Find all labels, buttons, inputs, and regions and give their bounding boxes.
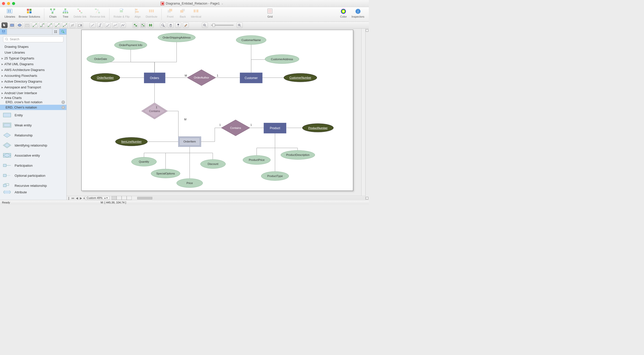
panel-tab-blank[interactable] [7, 29, 52, 34]
shape-recursive-relationship[interactable]: Recursive relationship [0, 181, 66, 191]
entity-product[interactable]: Product [264, 123, 286, 133]
line-tool[interactable] [90, 22, 96, 28]
search-input[interactable]: Search [3, 36, 63, 42]
vertical-scrollbar[interactable] [361, 29, 365, 196]
library-category[interactable]: ▶Area Charts [0, 96, 66, 99]
rectangle-tool[interactable] [9, 22, 15, 28]
horizontal-scrollbar[interactable]: ‖ ⏮ ◀ ▶ ⏭ Custom 49%▲▼ [67, 196, 365, 200]
key-productnumber[interactable]: ProductNumber [302, 124, 334, 132]
connector-tool-5[interactable] [62, 22, 68, 28]
drawing-canvas[interactable]: Orders Customer Product OrderItem OrderA… [81, 30, 353, 191]
attr-customeraddress[interactable]: CustomerAddress [265, 55, 299, 64]
scroll-first-icon[interactable]: ⏮ [71, 196, 75, 200]
page-tabs[interactable] [112, 196, 132, 200]
zoom-slider[interactable] [211, 25, 234, 26]
attr-ordershipping[interactable]: OrderShippingAddress [158, 33, 196, 42]
pan-tool[interactable] [168, 22, 174, 28]
scroll-right-icon[interactable]: ▶ [79, 196, 83, 200]
key-customernumber[interactable]: CustomerNumber [284, 73, 317, 82]
library-category[interactable]: ▶Accounting Flowcharts [0, 73, 66, 79]
bezier-line-tool[interactable] [112, 22, 118, 28]
zoom-in-button[interactable] [237, 22, 243, 28]
shape-associative-entity[interactable]: Associative entity [0, 150, 66, 160]
attr-productprice[interactable]: ProductPrice [243, 155, 271, 164]
ellipse-tool[interactable] [17, 22, 23, 28]
inspectors-button[interactable]: iInspectors [351, 8, 364, 18]
entity-customer[interactable]: Customer [240, 73, 263, 83]
open-library-chen[interactable]: ERD, Chen's notation× [0, 105, 66, 110]
color-button[interactable]: Color [339, 8, 348, 18]
svg-text:Contains: Contains [149, 110, 160, 113]
connector-end-tool[interactable] [77, 22, 83, 28]
attr-producttype[interactable]: ProductType [261, 171, 289, 181]
key-itemlinenumber[interactable]: ItemLineNumber [115, 137, 148, 146]
zoom-select[interactable]: Custom 49%▲▼ [85, 196, 110, 200]
relationship-contains-1[interactable]: Contains [141, 103, 168, 119]
attr-quantity[interactable]: Quantity [131, 157, 157, 166]
shape-relationship[interactable]: Relationship [0, 130, 66, 140]
relationship-orderauthor[interactable]: OrderAuthor [187, 70, 216, 86]
browse-solutions-button[interactable]: Browse Solutions [19, 8, 40, 18]
connector-tool-2[interactable] [39, 22, 45, 28]
open-library-crowfoot[interactable]: ERD, crow's foot notation× [0, 99, 66, 105]
attr-orderdate[interactable]: OrderDate [87, 54, 115, 63]
libraries-button[interactable]: Libraries [5, 8, 15, 18]
shape-participation[interactable]: Participation [0, 160, 66, 170]
library-category[interactable]: ▶Active Directory Diagrams [0, 79, 66, 84]
window-close-icon[interactable] [2, 2, 5, 5]
tree-button[interactable]: Tree [61, 8, 70, 18]
entity-orders[interactable]: Orders [144, 73, 165, 83]
library-category[interactable]: ▶Aerospace and Transport [0, 84, 66, 90]
grid-button[interactable]: Grid [266, 8, 275, 18]
relationship-contains-2[interactable]: Contains [221, 120, 250, 136]
connector-tool-4[interactable] [54, 22, 60, 28]
curve-line-tool[interactable] [105, 22, 111, 28]
pointer-tool[interactable] [2, 22, 8, 28]
attr-price[interactable]: Price [177, 179, 203, 188]
window-zoom-icon[interactable] [12, 2, 15, 5]
scroll-left-icon[interactable]: ◀ [75, 196, 79, 200]
title-dropdown-icon[interactable]: ⌄ [221, 2, 223, 5]
library-category[interactable]: ▶Android User Interface [0, 90, 66, 96]
close-icon[interactable]: × [61, 106, 65, 109]
key-ordernumber[interactable]: OrderNumber [91, 73, 120, 82]
close-icon[interactable]: × [61, 100, 65, 104]
group-tool-1[interactable] [132, 22, 138, 28]
library-category[interactable]: ▶ATM UML Diagrams [0, 61, 66, 67]
zoom-tool[interactable] [160, 22, 166, 28]
group-tool-2[interactable] [140, 22, 146, 28]
panel-tab-grid[interactable] [52, 29, 59, 34]
shape-entity[interactable]: Entity [0, 110, 66, 120]
shape-optional-participation[interactable]: Optional participation [0, 170, 66, 181]
attr-discount[interactable]: Discount [200, 159, 226, 168]
window-minimize-icon[interactable] [7, 2, 10, 5]
connector-tool-3[interactable] [47, 22, 53, 28]
chain-button[interactable]: Chain [48, 8, 57, 18]
library-category[interactable]: ▶25 Typical Orgcharts [0, 55, 66, 61]
pencil-tool[interactable] [183, 22, 189, 28]
connector-tool-6[interactable] [69, 22, 76, 28]
connector-tool-1[interactable] [32, 22, 38, 28]
shape-attribute[interactable]: Attribute [0, 191, 66, 194]
panel-tab-search[interactable] [59, 29, 66, 34]
zoom-out-button[interactable] [202, 22, 208, 28]
shape-weak-entity[interactable]: Weak entity [0, 120, 66, 130]
elbow-line-tool[interactable] [97, 22, 103, 28]
attr-orderpayment[interactable]: OrderPayment Info [114, 41, 147, 50]
shape-identifying-relationship[interactable]: Identifying relationship [0, 140, 66, 150]
entity-orderitem[interactable]: OrderItem [178, 137, 201, 147]
panel-toggle-icon[interactable] [366, 197, 368, 199]
attr-customername[interactable]: CustomerName [236, 36, 266, 45]
polyline-tool[interactable] [120, 22, 126, 28]
panel-toggle-icon[interactable] [366, 29, 368, 32]
library-category[interactable]: ▶AWS Architecture Diagrams [0, 67, 66, 73]
text-tool[interactable] [24, 22, 30, 28]
eyedropper-tool[interactable] [175, 22, 181, 28]
library-category[interactable]: User Libraries [0, 50, 66, 55]
group-tool-3[interactable] [148, 22, 154, 28]
library-category[interactable]: Drawing Shapes [0, 44, 66, 50]
attr-productdesc[interactable]: ProductDescription [281, 151, 315, 160]
splitter-handle[interactable]: ‖ [67, 196, 71, 200]
attr-specialoptions[interactable]: SpecialOptions [151, 169, 180, 178]
panel-tab-shapes[interactable] [0, 29, 7, 34]
